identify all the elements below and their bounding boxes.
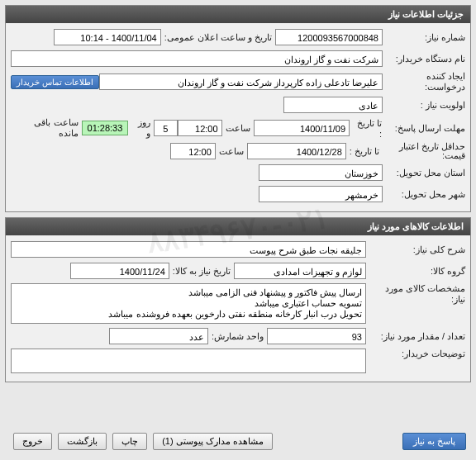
- contact-button[interactable]: اطلاعات تماس خریدار: [11, 75, 99, 89]
- panel1-title: جزئیات اطلاعات نیاز: [6, 6, 470, 23]
- province-label: استان محل تحویل:: [383, 168, 465, 178]
- to-date-label: تا تاریخ :: [350, 118, 385, 139]
- credit-label: حداقل تاریخ اعتبار قیمت:: [383, 142, 465, 160]
- creator-label: ایجاد کننده درخواست:: [383, 71, 465, 92]
- group-label: گروه کالا:: [366, 266, 465, 277]
- city-label: شهر محل تحویل:: [383, 189, 465, 200]
- creator-value: علیرضا تادعلی زاده کارپرداز شرکت نفت و گ…: [99, 74, 383, 90]
- spec-label: مشخصات کالای مورد نیاز:: [366, 283, 465, 305]
- panel1-body: شماره نیاز: 1200093567000848 تاریخ و ساع…: [6, 23, 470, 211]
- need-no-value: 1200093567000848: [275, 29, 383, 45]
- panel2-title: اطلاعات کالاهای مورد نیاز: [6, 218, 470, 235]
- remaining-label: ساعت باقی مانده: [11, 117, 82, 139]
- panel2-body: شرح کلی نیاز: جلیقه نجات طبق شرح پیوست گ…: [6, 235, 470, 382]
- desc-value: جلیقه نجات طبق شرح پیوست: [11, 241, 366, 258]
- qty-value: 93: [267, 328, 366, 344]
- unit-label: واحد شمارش:: [208, 331, 267, 342]
- countdown-timer: 01:28:33: [82, 121, 129, 135]
- announce-label: تاریخ و ساعت اعلان عمومی:: [161, 32, 275, 43]
- reply-button[interactable]: پاسخ به نیاز: [402, 433, 466, 450]
- city-value: خرمشهر: [259, 186, 383, 202]
- goods-info-panel: اطلاعات کالاهای مورد نیاز شرح کلی نیاز: …: [5, 217, 471, 382]
- credit-to-date-label: تا تاریخ :: [346, 146, 383, 157]
- deadline-date: 1400/11/09: [254, 120, 350, 136]
- credit-time-label: ساعت: [216, 146, 247, 157]
- credit-date: 1400/12/28: [247, 143, 346, 159]
- deadline-time: 12:00: [178, 120, 222, 136]
- province-value: خوزستان: [259, 164, 383, 181]
- credit-time: 12:00: [170, 143, 216, 159]
- exit-button[interactable]: خروج: [13, 433, 52, 450]
- need-details-panel: جزئیات اطلاعات نیاز شماره نیاز: 12000935…: [5, 5, 471, 212]
- days-remaining: 5: [154, 120, 178, 136]
- spec-value: ارسال پیش فاکتور و پیشنهاد فنی الزامی می…: [11, 283, 366, 324]
- footer-bar: پاسخ به نیاز مشاهده مدارک پیوستی (1) چاپ…: [5, 428, 471, 455]
- need-date-value: 1400/11/24: [70, 263, 169, 279]
- announce-value: 1400/11/04 - 10:14: [54, 29, 161, 45]
- deadline-time-label: ساعت: [222, 123, 254, 134]
- days-label: روز و: [128, 117, 153, 139]
- buyer-value: شرکت نفت و گاز اروندان: [11, 50, 383, 67]
- print-button[interactable]: چاپ: [112, 433, 147, 450]
- deadline-label: مهلت ارسال پاسخ:: [385, 123, 465, 134]
- notes-label: توضیحات خریدار:: [366, 349, 465, 359]
- unit-value: عدد: [109, 328, 208, 344]
- attachments-button[interactable]: مشاهده مدارک پیوستی (1): [153, 433, 273, 450]
- need-no-label: شماره نیاز:: [383, 32, 465, 43]
- desc-label: شرح کلی نیاز:: [366, 244, 465, 255]
- need-date-label: تاریخ نیاز به کالا:: [169, 266, 234, 277]
- notes-value: [11, 349, 366, 373]
- priority-value: عادی: [283, 97, 383, 113]
- priority-label: اولویت نیاز :: [383, 100, 465, 111]
- qty-label: تعداد / مقدار مورد نیاز:: [366, 331, 465, 342]
- back-button[interactable]: بازگشت: [58, 433, 107, 450]
- buyer-label: نام دستگاه خریدار:: [383, 54, 465, 64]
- group-value: لوازم و تجهیزات امدادی: [234, 263, 366, 279]
